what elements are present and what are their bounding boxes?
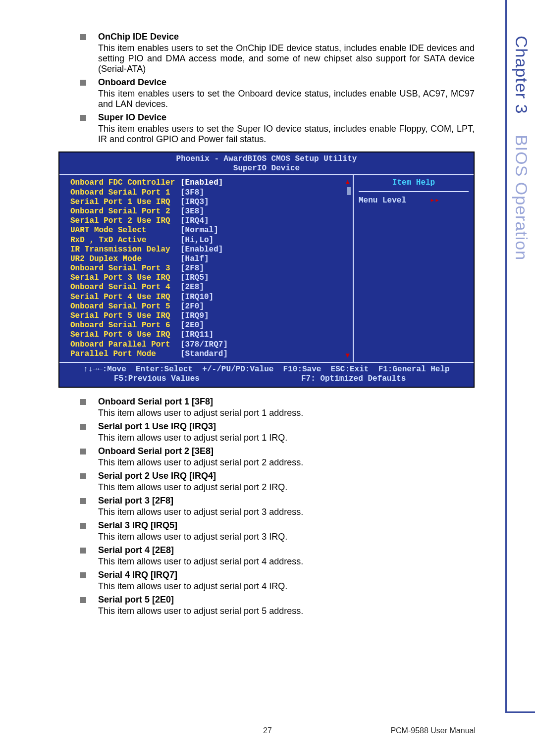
bios-value: [2F8] [180,264,204,273]
bios-label: Serial Port 6 Use IRQ [70,330,180,340]
bios-footer-prev: F5:Previous Values [64,374,281,384]
side-title: BIOS Operation [512,135,531,260]
bios-divider [359,191,469,192]
bios-title: Phoenix - AwardBIOS CMOS Setup Utility [59,152,474,164]
setting-item: Serial 4 IRQ [IRQ7]This item allows user… [80,570,475,592]
bios-value: [3F8] [180,188,204,198]
setting-item: Onboard Serial port 2 [3E8]This item all… [80,446,475,468]
bios-row: Onboard Serial Port 1[3F8] [70,188,349,198]
bios-value: [IRQ4] [180,216,209,226]
bullet-icon [80,498,86,504]
setting-desc: This item allows user to adjust serial p… [98,408,475,418]
intro-desc: This item enables users to set the Onboa… [98,89,475,109]
bios-screenshot: Phoenix - AwardBIOS CMOS Setup Utility S… [58,151,475,388]
bullet-icon [80,572,86,578]
setting-title: Serial port 4 [2E8] [98,545,475,555]
setting-title: Serial port 2 Use IRQ [IRQ4] [98,471,475,481]
bios-label: Serial Port 1 Use IRQ [70,198,180,207]
setting-desc: This item allows user to adjust serial p… [98,482,475,493]
bullet-icon [80,34,86,40]
bios-value: [Normal] [180,226,218,235]
setting-item: Serial port 4 [2E8]This item allows user… [80,545,475,567]
setting-title: Serial 3 IRQ [IRQ5] [98,520,475,531]
bullet-icon [80,399,86,405]
setting-title: Serial port 1 Use IRQ [IRQ3] [98,421,475,432]
bios-value: [2E0] [180,321,204,330]
bullet-icon [80,548,86,554]
bios-row: Serial Port 4 Use IRQ[IRQ10] [70,293,349,302]
setting-desc: This item allows user to adjust serial p… [98,507,475,517]
setting-item: Serial port 1 Use IRQ [IRQ3]This item al… [80,421,475,443]
bios-value: [Enabled] [180,178,223,188]
bios-footer: ↑↓→←:Move Enter:Select +/-/PU/PD:Value F… [59,363,474,387]
bios-value: [378/IRQ7] [180,340,228,350]
bullet-icon [80,523,86,529]
page-content: OnChip IDE Device This item enables user… [58,32,475,619]
bios-label: Onboard Serial Port 3 [70,264,180,273]
bios-row: UR2 Duplex Mode[Half] [70,254,349,264]
bios-label: RxD , TxD Active [70,236,180,245]
bios-label: Onboard Serial Port 5 [70,302,180,311]
bullet-icon [80,80,86,86]
setting-title: Onboard Serial port 1 [3F8] [98,397,475,407]
bios-value: [Standard] [180,350,228,359]
bios-label: Onboard Serial Port 4 [70,283,180,292]
manual-title: PCM-9588 User Manual [390,726,476,735]
bios-subtitle: SuperIO Device [59,164,474,174]
bios-value: [IRQ5] [180,273,209,283]
setting-desc: This item allows user to adjust serial p… [98,581,475,592]
setting-title: Serial port 3 [2F8] [98,496,475,506]
bios-row: Parallel Port Mode[Standard] [70,350,349,359]
bios-row: IR Transmission Delay[Enabled] [70,245,349,254]
setting-desc: This item allows user to adjust serial p… [98,532,475,542]
bios-value: [2E8] [180,283,204,292]
bios-row: UART Mode Select[Normal] [70,226,349,235]
bios-help-title: Item Help [359,178,469,188]
bios-footer-opt: F7: Optimized Defaults [281,374,469,384]
bios-label: Serial Port 2 Use IRQ [70,216,180,226]
bios-label: Onboard FDC Controller [70,178,180,188]
bios-label: Onboard Serial Port 1 [70,188,180,198]
bios-label: Serial Port 3 Use IRQ [70,273,180,283]
intro-list: OnChip IDE Device This item enables user… [80,32,475,145]
scroll-down-icon: ▼ [346,352,350,360]
bios-label: Serial Port 4 Use IRQ [70,293,180,302]
bios-row: Onboard Parallel Port[378/IRQ7] [70,340,349,350]
bios-body: ▲ ▼ Onboard FDC Controller[Enabled]Onboa… [59,174,474,363]
scroll-up-icon: ▲ [346,178,350,187]
bios-row: Onboard Serial Port 3[2F8] [70,264,349,273]
bios-row: Onboard Serial Port 4[2E8] [70,283,349,292]
bios-row: Serial Port 5 Use IRQ[IRQ9] [70,311,349,321]
setting-desc: This item allows user to adjust serial p… [98,457,475,468]
bios-row: Serial Port 1 Use IRQ[IRQ3] [70,198,349,207]
setting-desc: This item allows user to adjust serial p… [98,433,475,443]
side-tab: Chapter 3 BIOS Operation [505,0,535,713]
setting-desc: This item allows user to adjust serial p… [98,556,475,567]
bullet-icon [80,424,86,430]
bios-row: RxD , TxD Active[Hi,Lo] [70,236,349,245]
bios-value: [IRQ10] [180,293,214,302]
setting-item: Serial port 5 [2E0]This item allows user… [80,595,475,616]
setting-title: Serial port 5 [2E0] [98,595,475,605]
intro-title: Super IO Device [98,112,475,123]
bios-label: IR Transmission Delay [70,245,180,254]
intro-item: Onboard Device This item enables users t… [80,77,475,109]
setting-title: Onboard Serial port 2 [3E8] [98,446,475,456]
menu-level-arrows-icon: ▸▸ [430,196,439,205]
bios-value: [IRQ11] [180,330,214,340]
bios-row: Onboard FDC Controller[Enabled] [70,178,349,188]
bios-label: Parallel Port Mode [70,350,180,359]
bios-value: [2F0] [180,302,204,311]
intro-desc: This item enables users to set the Super… [98,124,475,145]
bios-footer-line1: ↑↓→←:Move Enter:Select +/-/PU/PD:Value F… [64,365,469,374]
bullet-icon [80,449,86,454]
scroll-thumb [347,187,351,195]
setting-title: Serial 4 IRQ [IRQ7] [98,570,475,580]
menu-level: Menu Level ▸▸ [359,196,469,205]
side-text: Chapter 3 BIOS Operation [512,36,531,260]
bios-label: UART Mode Select [70,226,180,235]
bullet-icon [80,473,86,479]
bullet-icon [80,115,86,121]
bios-value: [Hi,Lo] [180,236,214,245]
setting-item: Serial port 3 [2F8]This item allows user… [80,496,475,517]
